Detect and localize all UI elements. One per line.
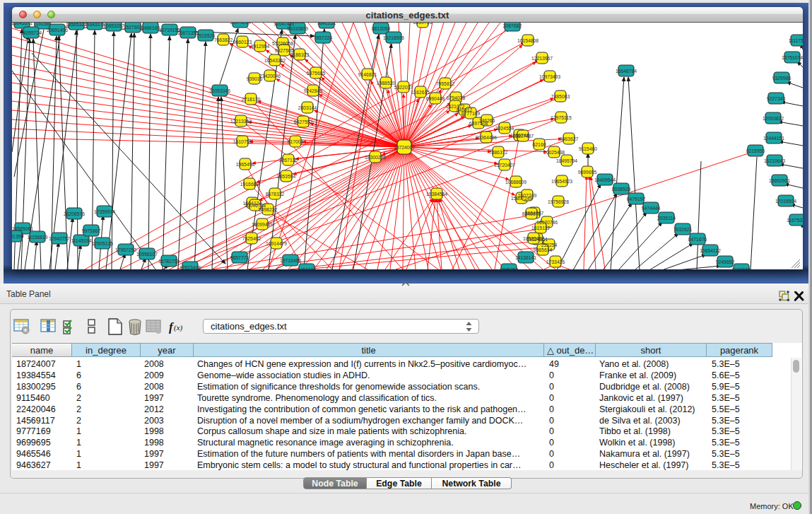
svg-text:3267130: 3267130 <box>279 158 298 163</box>
svg-text:8938928: 8938928 <box>612 187 631 192</box>
svg-text:16033809: 16033809 <box>287 26 308 31</box>
svg-text:8427552: 8427552 <box>294 119 313 124</box>
svg-text:6794028: 6794028 <box>447 95 466 100</box>
svg-text:7886372: 7886372 <box>489 150 508 155</box>
svg-text:7955812: 7955812 <box>436 81 455 86</box>
svg-text:939016: 939016 <box>247 76 263 81</box>
svg-text:7632621: 7632621 <box>673 227 693 232</box>
svg-text:9699695: 9699695 <box>578 170 597 175</box>
svg-text:12923448: 12923448 <box>180 265 201 270</box>
svg-text:8186323: 8186323 <box>290 52 310 57</box>
svg-text:7625402: 7625402 <box>242 236 261 241</box>
svg-text:19343178: 19343178 <box>84 23 105 27</box>
svg-text:1588520: 1588520 <box>377 81 396 86</box>
svg-text:15751074: 15751074 <box>782 55 803 60</box>
svg-text:1733426: 1733426 <box>546 259 565 264</box>
svg-text:7485063: 7485063 <box>551 94 570 99</box>
svg-text:16120746: 16120746 <box>536 220 558 225</box>
svg-text:3024554: 3024554 <box>495 126 514 131</box>
svg-text:7857224: 7857224 <box>314 35 333 40</box>
svg-text:2718170: 2718170 <box>242 97 261 102</box>
svg-text:8215955: 8215955 <box>746 148 765 153</box>
svg-text:9115460: 9115460 <box>579 146 597 151</box>
svg-text:18724007: 18724007 <box>394 145 415 150</box>
svg-text:1965498: 1965498 <box>236 162 255 167</box>
svg-text:12942757: 12942757 <box>49 236 70 241</box>
svg-text:7151587: 7151587 <box>33 23 52 26</box>
svg-text:10654112: 10654112 <box>700 248 721 253</box>
svg-text:14055724: 14055724 <box>20 30 42 35</box>
svg-text:1607249: 1607249 <box>518 193 537 198</box>
svg-text:16914479: 16914479 <box>266 241 287 246</box>
svg-text:11156819: 11156819 <box>27 235 47 240</box>
svg-text:19716485: 19716485 <box>280 258 301 263</box>
svg-text:252254: 252254 <box>541 243 558 247</box>
svg-text:10973493: 10973493 <box>539 74 560 79</box>
svg-text:9565614: 9565614 <box>534 247 553 252</box>
svg-text:16099489: 16099489 <box>252 222 273 227</box>
svg-text:18565061: 18565061 <box>12 226 33 231</box>
svg-text:5322037: 5322037 <box>394 85 413 90</box>
svg-text:9657771: 9657771 <box>230 255 249 260</box>
svg-text:12213363: 12213363 <box>230 119 252 124</box>
svg-text:8678332: 8678332 <box>266 192 285 197</box>
svg-text:8471676: 8471676 <box>688 237 707 242</box>
svg-text:1615112: 1615112 <box>531 226 550 230</box>
svg-text:16045571: 16045571 <box>12 23 33 25</box>
svg-text:6990448: 6990448 <box>426 96 445 101</box>
svg-text:7663822: 7663822 <box>214 37 233 42</box>
svg-text:2803144: 2803144 <box>298 105 317 110</box>
svg-text:8813054: 8813054 <box>372 26 391 31</box>
svg-text:10025438: 10025438 <box>543 150 565 155</box>
svg-text:18971254: 18971254 <box>230 23 251 25</box>
svg-text:11675334: 11675334 <box>787 218 803 223</box>
svg-text:8610753: 8610753 <box>413 23 433 25</box>
svg-text:20691406: 20691406 <box>47 28 68 33</box>
svg-text:16782759: 16782759 <box>158 259 180 264</box>
svg-text:16154808: 16154808 <box>517 38 539 43</box>
svg-text:17016504: 17016504 <box>775 199 796 204</box>
svg-text:12505135: 12505135 <box>92 241 113 246</box>
svg-text:9227343: 9227343 <box>767 96 786 101</box>
svg-text:15692901: 15692901 <box>769 178 790 183</box>
svg-text:19384554: 19384554 <box>426 192 447 197</box>
svg-text:23420046: 23420046 <box>259 74 281 78</box>
svg-text:6466160: 6466160 <box>141 25 160 30</box>
svg-text:1527602: 1527602 <box>124 25 143 30</box>
svg-text:53226058: 53226058 <box>272 41 293 46</box>
svg-text:9329966: 9329966 <box>772 76 792 81</box>
svg-text:15720407: 15720407 <box>494 163 515 168</box>
svg-text:18525402: 18525402 <box>523 236 544 241</box>
svg-text:16648784: 16648784 <box>616 69 637 74</box>
svg-text:16210643: 16210643 <box>764 158 785 163</box>
svg-text:12975115: 12975115 <box>551 115 572 120</box>
svg-text:9975867: 9975867 <box>82 228 101 233</box>
svg-text:16543362: 16543362 <box>264 58 286 63</box>
svg-text:10688609: 10688609 <box>505 180 526 185</box>
svg-text:5875685: 5875685 <box>307 71 326 76</box>
svg-text:9777169: 9777169 <box>461 111 481 116</box>
svg-text:18300295: 18300295 <box>365 155 386 160</box>
svg-text:2653594: 2653594 <box>277 174 296 179</box>
svg-text:1916688: 1916688 <box>240 182 259 187</box>
svg-text:14136141: 14136141 <box>515 255 536 260</box>
svg-text:11117504: 11117504 <box>789 38 803 43</box>
svg-text:9660123: 9660123 <box>233 40 252 45</box>
svg-text:11145194: 11145194 <box>71 238 91 243</box>
svg-text:7515526: 7515526 <box>196 33 216 38</box>
svg-text:8840672: 8840672 <box>522 211 541 216</box>
svg-text:6479197: 6479197 <box>627 197 646 201</box>
svg-text:26206576: 26206576 <box>64 211 85 216</box>
svg-text:10653287: 10653287 <box>103 23 124 28</box>
svg-text:(x): (x) <box>174 323 183 332</box>
svg-text:9391359: 9391359 <box>12 234 23 239</box>
svg-text:9146821: 9146821 <box>358 72 377 77</box>
svg-text:2087682: 2087682 <box>503 23 522 28</box>
svg-text:8912954: 8912954 <box>251 44 270 49</box>
svg-text:9462186: 9462186 <box>298 267 317 270</box>
svg-text:1162615: 1162615 <box>411 90 430 95</box>
svg-text:20364486: 20364486 <box>476 135 497 140</box>
svg-text:17957253: 17957253 <box>115 247 136 252</box>
svg-text:9183966: 9183966 <box>732 267 751 270</box>
svg-text:9641251: 9641251 <box>317 23 336 25</box>
